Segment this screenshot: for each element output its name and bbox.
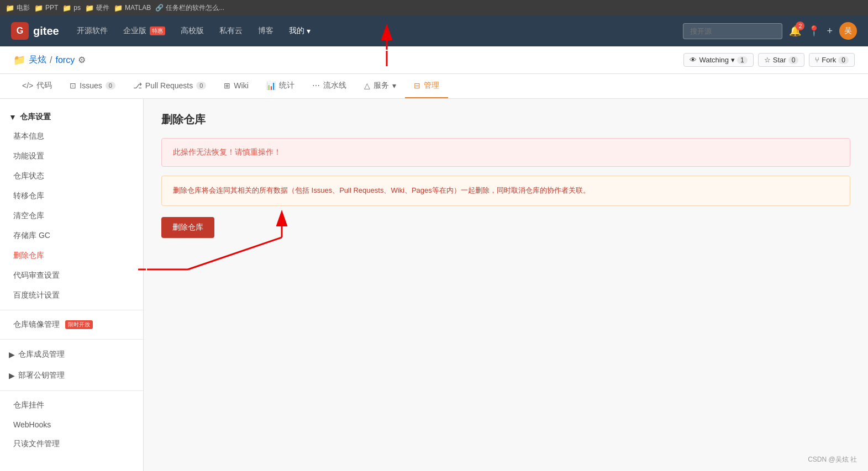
folder-icon-ppt: 📁 (34, 4, 43, 12)
star-icon: ☆ (764, 56, 771, 64)
repo-tabs: </> 代码 ⊡ Issues 0 ⎇ Pull Requests 0 ⊞ Wi… (0, 74, 868, 99)
watching-label: Watching (699, 56, 729, 64)
sidebar-delete-label: 删除仓库 (13, 251, 44, 261)
sidebar-divider-3 (0, 390, 143, 391)
bookmark-label: 电影 (17, 3, 30, 13)
sidebar: ▼ 仓库设置 基本信息 功能设置 仓库状态 转移仓库 清空仓库 存储库 GC 删… (0, 99, 144, 471)
tab-code[interactable]: </> 代码 (13, 74, 61, 98)
tab-wiki[interactable]: ⊞ Wiki (215, 75, 257, 98)
sidebar-item-members[interactable]: ▶ 仓库成员管理 (0, 344, 143, 365)
bookmark-item-ps[interactable]: 📁 ps (62, 4, 81, 12)
star-button[interactable]: ☆ Star 0 (758, 53, 805, 67)
sidebar-item-hooks[interactable]: 仓库挂件 (0, 395, 143, 415)
sidebar-section-label: 仓库设置 (20, 112, 51, 122)
gitee-logo[interactable]: G gitee (11, 22, 59, 40)
tab-stats[interactable]: 📊 统计 (257, 74, 303, 98)
tab-services[interactable]: △ 服务 ▾ (355, 74, 405, 98)
sidebar-mirror-label: 仓库镜像管理 (13, 320, 60, 330)
repo-owner-link[interactable]: 吴炫 (29, 54, 46, 66)
nav-my[interactable]: 我的 ▾ (282, 22, 317, 40)
folder-icon-matlab: 📁 (114, 4, 123, 12)
bookmark-item-ppt[interactable]: 📁 PPT (34, 4, 58, 12)
pr-count: 0 (196, 82, 206, 89)
sidebar-hooks-label: 仓库挂件 (13, 400, 44, 410)
code-icon: </> (22, 81, 33, 90)
fork-button[interactable]: ⑂ Fork 0 (809, 53, 855, 67)
services-icon: △ (364, 81, 370, 90)
location-icon[interactable]: 📍 (808, 25, 820, 37)
sidebar-item-status[interactable]: 仓库状态 (0, 166, 143, 186)
sidebar-item-delete[interactable]: 删除仓库 (0, 246, 143, 266)
tab-wiki-label: Wiki (234, 81, 248, 90)
tab-pr-label: Pull Requests (145, 81, 193, 90)
nav-right: 🔔 2 📍 + 吴 (683, 22, 857, 40)
sidebar-readonly-label: 只读文件管理 (13, 439, 60, 449)
folder-icon: 📁 (6, 4, 14, 12)
sidebar-section-title: ▼ 仓库设置 (0, 108, 143, 126)
sidebar-item-code-review[interactable]: 代码审查设置 (0, 266, 143, 285)
sidebar-item-features[interactable]: 功能设置 (0, 146, 143, 166)
search-input[interactable] (683, 23, 782, 39)
bookmark-label-matlab: MATLAB (125, 4, 151, 12)
bookmark-item-hardware[interactable]: 📁 硬件 (85, 3, 109, 13)
sidebar-status-label: 仓库状态 (13, 171, 44, 181)
pipeline-icon: ⋯ (312, 81, 320, 90)
tab-manage-label: 管理 (424, 81, 439, 91)
chevron-right-icon-keys: ▶ (9, 371, 15, 380)
chevron-down-icon: ▼ (9, 113, 17, 121)
sidebar-item-gc[interactable]: 存储库 GC (0, 226, 143, 246)
repo-header: 📁 吴炫 / forcy ⚙ 👁 Watching ▾ 1 ☆ Star 0 ⑂… (0, 46, 868, 74)
tab-issues-label: Issues (80, 81, 102, 90)
tab-pullrequests[interactable]: ⎇ Pull Requests 0 (124, 75, 215, 98)
add-button[interactable]: + (827, 25, 833, 37)
tab-issues[interactable]: ⊡ Issues 0 (61, 75, 124, 98)
folder-icon-ps: 📁 (62, 4, 71, 12)
task-icon: 🔗 (155, 4, 164, 12)
notification-bell[interactable]: 🔔 2 (789, 25, 801, 37)
main-content: ▼ 仓库设置 基本信息 功能设置 仓库状态 转移仓库 清空仓库 存储库 GC 删… (0, 99, 868, 471)
sidebar-item-webhooks[interactable]: WebHooks (0, 415, 143, 434)
nav-university[interactable]: 高校版 (174, 22, 211, 40)
sidebar-item-keys[interactable]: ▶ 部署公钥管理 (0, 365, 143, 386)
stats-icon: 📊 (266, 81, 276, 90)
watching-count: 1 (737, 56, 748, 64)
sidebar-item-baidu-stats[interactable]: 百度统计设置 (0, 285, 143, 305)
user-avatar[interactable]: 吴 (839, 22, 857, 40)
sidebar-item-mirror[interactable]: 仓库镜像管理 限时开放 (0, 315, 143, 335)
page-title: 删除仓库 (161, 112, 850, 127)
repo-name-link[interactable]: forcy (55, 55, 75, 65)
bookmark-label-ppt: PPT (45, 4, 58, 12)
watching-button[interactable]: 👁 Watching ▾ 1 (683, 53, 753, 67)
bookmark-item[interactable]: 📁 电影 (6, 3, 30, 13)
eye-icon: 👁 (690, 56, 697, 64)
browser-bar: 📁 电影 📁 PPT 📁 ps 📁 硬件 📁 MATLAB 🔗 任务栏的软件怎么… (0, 0, 868, 15)
main-nav: G gitee 开源软件 企业版 特惠 高校版 私有云 博客 我的 ▾ 🔔 2 … (0, 15, 868, 46)
sidebar-item-readonly[interactable]: 只读文件管理 (0, 434, 143, 454)
tab-manage[interactable]: ⊟ 管理 (405, 74, 448, 98)
chevron-down-icon: ▾ (731, 56, 735, 64)
delete-repo-button[interactable]: 删除仓库 (161, 217, 214, 238)
repo-settings-icon[interactable]: ⚙ (78, 55, 86, 65)
fork-label: Fork (822, 56, 836, 64)
repo-icon: 📁 (13, 54, 25, 66)
nav-private-cloud-label: 私有云 (219, 26, 243, 36)
wiki-icon: ⊞ (224, 81, 230, 90)
chevron-down-icon: ▾ (307, 27, 311, 35)
nav-private-cloud[interactable]: 私有云 (213, 22, 249, 40)
nav-open-source[interactable]: 开源软件 (70, 22, 114, 40)
sidebar-item-clear[interactable]: 清空仓库 (0, 206, 143, 226)
bookmark-item-matlab[interactable]: 📁 MATLAB (114, 4, 151, 12)
tab-pipeline[interactable]: ⋯ 流水线 (303, 74, 355, 98)
warning-alert: 删除仓库将会连同其相关的所有数据（包括 Issues、Pull Requests… (161, 176, 850, 206)
sidebar-item-transfer[interactable]: 转移仓库 (0, 186, 143, 206)
nav-enterprise[interactable]: 企业版 特惠 (117, 22, 172, 40)
sidebar-gc-label: 存储库 GC (13, 231, 50, 241)
enterprise-badge: 特惠 (150, 27, 165, 35)
bookmark-item-task[interactable]: 🔗 任务栏的软件怎么... (155, 3, 224, 13)
sidebar-item-basic-info[interactable]: 基本信息 (0, 126, 143, 146)
danger-alert-text: 此操作无法恢复！请慎重操作！ (173, 147, 281, 156)
nav-blog[interactable]: 博客 (251, 22, 280, 40)
sidebar-divider-2 (0, 339, 143, 340)
services-chevron-icon: ▾ (392, 81, 396, 90)
tab-pipeline-label: 流水线 (323, 81, 346, 91)
